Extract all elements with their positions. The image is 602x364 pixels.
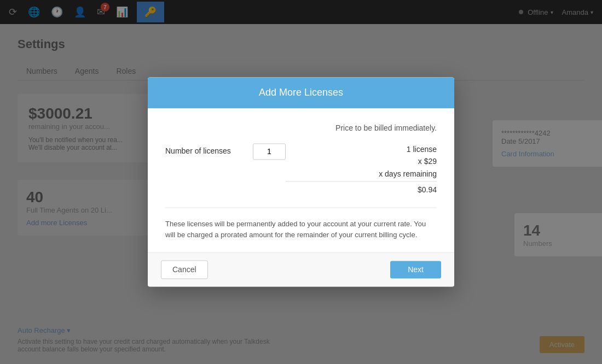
next-button[interactable]: Next <box>390 261 441 279</box>
price-note: Price to be billed immediately. <box>165 124 437 132</box>
modal-header: Add More Licenses <box>148 77 454 108</box>
breakdown-line3: x days remaining <box>286 168 437 180</box>
breakdown-total: $0.94 <box>286 181 437 196</box>
modal-title: Add More Licenses <box>161 87 441 98</box>
cancel-button[interactable]: Cancel <box>161 261 208 279</box>
license-label: Number of licenses <box>165 143 253 155</box>
breakdown-line2: x $29 <box>286 156 437 168</box>
modal-body: Price to be billed immediately. Number o… <box>148 108 454 252</box>
modal-footer: Cancel Next <box>148 253 454 287</box>
modal-info-text: These licenses will be permanently added… <box>165 219 437 242</box>
modal-divider <box>165 207 437 208</box>
license-row: Number of licenses 1 license x $29 x day… <box>165 143 437 196</box>
breakdown-line1: 1 license <box>286 143 437 155</box>
price-breakdown: 1 license x $29 x days remaining $0.94 <box>286 143 437 196</box>
license-count-input[interactable] <box>253 143 286 160</box>
add-licenses-modal: Add More Licenses Price to be billed imm… <box>148 77 454 286</box>
